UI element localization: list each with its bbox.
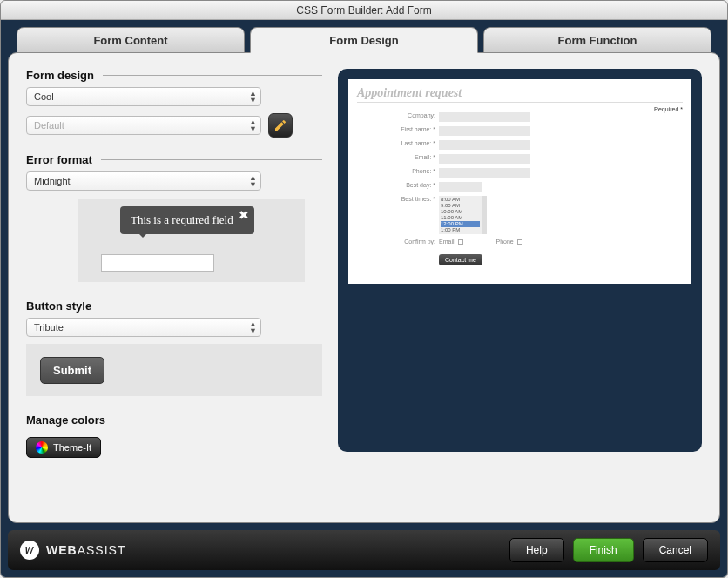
time-option[interactable]: 9:00 AM: [441, 203, 480, 209]
section-error-format-title: Error format: [26, 153, 322, 166]
label-first-name: First name: *: [357, 126, 435, 132]
tab-bar: Form Content Form Design Form Function: [8, 27, 720, 53]
settings-column: Form design Cool ▲▼ Default ▲▼: [26, 69, 322, 507]
time-option[interactable]: 10:00 AM: [441, 209, 480, 215]
required-indicator: Required *: [654, 106, 683, 112]
input-email[interactable]: [439, 154, 530, 164]
label-last-name: Last name: *: [357, 140, 435, 146]
dialog-footer: W WEBASSIST Help Finish Cancel: [8, 530, 720, 570]
main-panel: Form design Cool ▲▼ Default ▲▼: [8, 52, 720, 523]
button-style-select[interactable]: Tribute ▲▼: [26, 318, 261, 337]
updown-icon: ▲▼: [249, 118, 257, 132]
label-email: Email: *: [357, 154, 435, 160]
confirm-email-label: Email: [439, 239, 455, 245]
close-icon[interactable]: ✖: [239, 208, 249, 223]
button-style-preview: Submit: [26, 344, 322, 396]
window-title: CSS Form Builder: Add Form: [1, 1, 727, 20]
input-first-name[interactable]: [439, 126, 530, 136]
webassist-mark-icon: W: [20, 541, 39, 560]
preview-form-title: Appointment request: [357, 86, 683, 103]
form-design-substyle-value: Default: [34, 120, 64, 131]
pencil-icon: [273, 118, 287, 132]
preview-submit-button[interactable]: Contact me: [439, 254, 482, 265]
help-button[interactable]: Help: [509, 538, 564, 562]
theme-it-button[interactable]: Theme-It: [26, 437, 101, 458]
label-company: Company:: [357, 112, 435, 118]
tab-form-content[interactable]: Form Content: [17, 27, 245, 53]
label-best-times: Best times: *: [357, 196, 435, 202]
button-style-value: Tribute: [34, 322, 64, 333]
section-button-style-title: Button style: [26, 299, 322, 313]
error-tooltip: This is a required field ✖: [120, 206, 254, 234]
error-tooltip-text: This is a required field: [131, 213, 233, 226]
form-preview-frame: Appointment request Required * Company: …: [338, 69, 702, 452]
time-option[interactable]: 11:00 AM: [441, 215, 480, 221]
listbox-best-times[interactable]: 8:00 AM 9:00 AM 10:00 AM 11:00 AM 12:00 …: [439, 196, 487, 234]
tab-form-design[interactable]: Form Design: [250, 27, 478, 53]
cancel-button[interactable]: Cancel: [643, 538, 708, 562]
finish-button[interactable]: Finish: [573, 538, 634, 562]
time-option[interactable]: 8:00 AM: [441, 197, 480, 203]
theme-it-label: Theme-It: [53, 442, 91, 453]
input-last-name[interactable]: [439, 140, 530, 150]
label-confirm-by: Confirm by:: [357, 239, 435, 245]
preview-column: Appointment request Required * Company: …: [338, 69, 702, 507]
brand-logo: W WEBASSIST: [20, 541, 125, 560]
time-option[interactable]: 12:00 PM: [441, 221, 480, 227]
input-best-day[interactable]: [439, 182, 482, 192]
input-company[interactable]: [439, 112, 530, 122]
error-format-select[interactable]: Midnight ▲▼: [26, 171, 261, 191]
section-form-design-title: Form design: [26, 69, 322, 82]
updown-icon: ▲▼: [249, 320, 257, 334]
label-best-day: Best day: *: [357, 182, 435, 188]
edit-design-button[interactable]: [268, 113, 293, 138]
updown-icon: ▲▼: [249, 90, 257, 104]
form-design-preset-value: Cool: [34, 91, 54, 102]
sample-submit-button[interactable]: Submit: [40, 357, 104, 384]
label-phone: Phone: *: [357, 168, 435, 174]
updown-icon: ▲▼: [249, 174, 257, 188]
form-design-preset-select[interactable]: Cool ▲▼: [26, 87, 261, 106]
brand-light: ASSIST: [78, 543, 126, 557]
checkbox-phone[interactable]: [517, 239, 522, 245]
error-sample-input[interactable]: [101, 254, 214, 272]
input-phone[interactable]: [439, 168, 530, 178]
dialog-body: Form Content Form Design Form Function F…: [1, 20, 727, 577]
checkbox-email[interactable]: [458, 239, 463, 245]
tab-form-function[interactable]: Form Function: [483, 27, 711, 53]
brand-bold: WEB: [46, 543, 78, 557]
error-format-preview: This is a required field ✖: [78, 199, 305, 282]
error-format-value: Midnight: [34, 176, 71, 186]
color-wheel-icon: [36, 441, 48, 454]
confirm-phone-label: Phone: [496, 239, 514, 245]
section-manage-colors-title: Manage colors: [26, 413, 322, 427]
form-design-substyle-select[interactable]: Default ▲▼: [26, 116, 261, 135]
time-option[interactable]: 1:00 PM: [441, 227, 480, 233]
form-preview: Appointment request Required * Company: …: [348, 79, 691, 284]
